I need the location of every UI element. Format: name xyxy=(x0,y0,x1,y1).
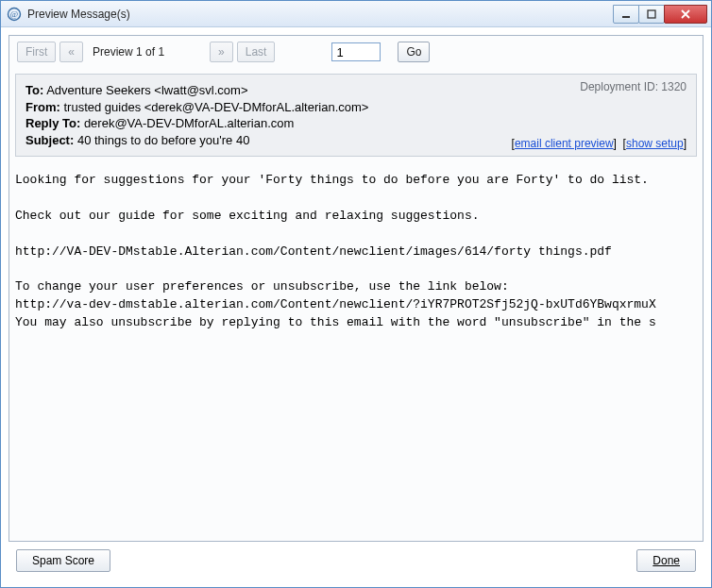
preview-panel: First « Preview 1 of 1 » Last Go Deploym… xyxy=(8,35,704,542)
deployment-id: Deployment ID: 1320 xyxy=(580,80,687,93)
from-value: trusted guides <derek@VA-DEV-DMforAL.alt… xyxy=(63,100,368,114)
svg-rect-3 xyxy=(648,10,655,18)
next-button[interactable]: » xyxy=(210,42,233,62)
footer-bar: Spam Score Done xyxy=(8,542,704,580)
last-button[interactable]: Last xyxy=(237,42,276,62)
go-button[interactable]: Go xyxy=(398,42,430,62)
spam-score-button[interactable]: Spam Score xyxy=(16,549,110,572)
svg-rect-2 xyxy=(622,16,630,18)
close-button[interactable] xyxy=(664,5,707,24)
page-input[interactable] xyxy=(331,42,381,61)
minimize-button[interactable] xyxy=(613,5,639,24)
preview-window: @ Preview Message(s) First « Preview 1 o… xyxy=(0,0,712,588)
done-button[interactable]: Done xyxy=(636,549,696,572)
app-icon: @ xyxy=(7,7,22,22)
first-button[interactable]: First xyxy=(17,42,56,62)
message-body: Looking for suggestions for your 'Forty … xyxy=(9,162,703,336)
message-body-scroll[interactable]: Looking for suggestions for your 'Forty … xyxy=(9,162,703,524)
to-value: Adventure Seekers <lwatt@svl.com> xyxy=(46,83,247,97)
subject-value: 40 things to do before you're 40 xyxy=(77,133,249,147)
content-area: First « Preview 1 of 1 » Last Go Deploym… xyxy=(1,27,711,587)
preview-links: [email client preview] [show setup] xyxy=(512,137,687,150)
preview-count-label: Preview 1 of 1 xyxy=(93,45,164,59)
reply-value: derek@VA-DEV-DMforAL.alterian.com xyxy=(84,116,294,130)
from-row: From: trusted guides <derek@VA-DEV-DMfor… xyxy=(25,99,687,116)
horizontal-scrollbar[interactable] xyxy=(15,524,697,541)
maximize-button[interactable] xyxy=(638,5,665,24)
prev-button[interactable]: « xyxy=(59,42,83,62)
window-controls xyxy=(614,5,707,24)
reply-row: Reply To: derek@VA-DEV-DMforAL.alterian.… xyxy=(25,115,687,132)
email-client-preview-link[interactable]: email client preview xyxy=(515,137,614,150)
titlebar: @ Preview Message(s) xyxy=(1,1,711,27)
reply-label: Reply To: xyxy=(25,116,80,130)
svg-text:@: @ xyxy=(10,9,18,19)
to-label: To: xyxy=(25,83,43,97)
window-title: Preview Message(s) xyxy=(27,8,614,21)
from-label: From: xyxy=(25,100,60,114)
subject-label: Subject: xyxy=(25,133,74,147)
message-header: Deployment ID: 1320 To: Adventure Seeker… xyxy=(15,74,697,157)
pagination-bar: First « Preview 1 of 1 » Last Go xyxy=(9,36,703,68)
show-setup-link[interactable]: show setup xyxy=(626,137,684,150)
